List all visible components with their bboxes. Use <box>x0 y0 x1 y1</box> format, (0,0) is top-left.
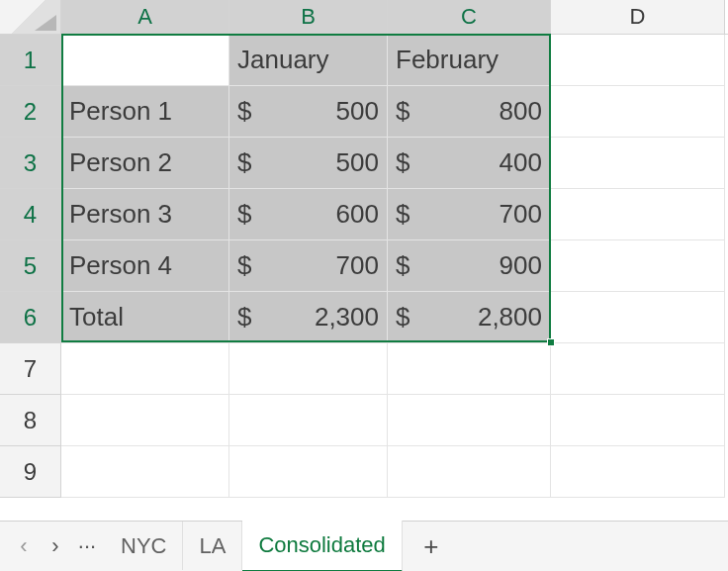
col-header-b[interactable]: B <box>229 0 388 34</box>
sheet-tab-consolidated[interactable]: Consolidated <box>242 521 402 571</box>
row-header-2[interactable]: 2 <box>0 86 61 138</box>
cell-a5[interactable]: Person 4 <box>61 240 229 292</box>
row-header-5[interactable]: 5 <box>0 240 61 292</box>
cell-b1[interactable]: January <box>229 35 388 86</box>
cell-d2[interactable] <box>551 86 725 138</box>
tab-nav-more[interactable]: ··· <box>73 533 101 559</box>
cell-b5[interactable]: $700 <box>229 240 388 292</box>
row-header-4[interactable]: 4 <box>0 189 61 240</box>
row-header-6[interactable]: 6 <box>0 292 61 343</box>
cell-c3[interactable]: $400 <box>388 138 551 189</box>
cell-c2[interactable]: $800 <box>388 86 551 138</box>
cell-a6[interactable]: Total <box>61 292 229 343</box>
cell-d5[interactable] <box>551 240 725 292</box>
sheet-tabs: NYC LA Consolidated <box>105 522 403 571</box>
cell-d8[interactable] <box>551 395 725 446</box>
cell-c9[interactable] <box>388 446 551 498</box>
cell-d7[interactable] <box>551 343 725 395</box>
select-all-corner[interactable] <box>0 0 61 34</box>
sheet-tab-nyc[interactable]: NYC <box>105 522 183 570</box>
row-header-1[interactable]: 1 <box>0 35 61 86</box>
cell-d3[interactable] <box>551 138 725 189</box>
cell-a1[interactable] <box>61 35 229 86</box>
cell-a9[interactable] <box>61 446 229 498</box>
cell-d4[interactable] <box>551 189 725 240</box>
cell-b7[interactable] <box>229 343 388 395</box>
cell-a2[interactable]: Person 1 <box>61 86 229 138</box>
col-header-c[interactable]: C <box>388 0 551 34</box>
cell-c5[interactable]: $900 <box>388 240 551 292</box>
cell-d6[interactable] <box>551 292 725 343</box>
cell-b8[interactable] <box>229 395 388 446</box>
cell-c1[interactable]: February <box>388 35 551 86</box>
row-header-8[interactable]: 8 <box>0 395 61 446</box>
column-header-row: A B C D <box>0 0 728 35</box>
spreadsheet-grid[interactable]: A B C D 1 January February 2 Person 1 $5… <box>0 0 728 521</box>
cell-a3[interactable]: Person 2 <box>61 138 229 189</box>
tab-nav-next[interactable]: › <box>42 533 69 559</box>
cell-a8[interactable] <box>61 395 229 446</box>
sheet-tab-bar: ‹ › ··· NYC LA Consolidated + <box>0 521 728 571</box>
cell-b2[interactable]: $500 <box>229 86 388 138</box>
cell-b3[interactable]: $500 <box>229 138 388 189</box>
cell-c4[interactable]: $700 <box>388 189 551 240</box>
row-header-7[interactable]: 7 <box>0 343 61 395</box>
cell-c6[interactable]: $2,800 <box>388 292 551 343</box>
cell-c7[interactable] <box>388 343 551 395</box>
cell-a7[interactable] <box>61 343 229 395</box>
cell-b4[interactable]: $600 <box>229 189 388 240</box>
row-header-9[interactable]: 9 <box>0 446 61 498</box>
row-header-3[interactable]: 3 <box>0 138 61 189</box>
cell-d9[interactable] <box>551 446 725 498</box>
cell-a4[interactable]: Person 3 <box>61 189 229 240</box>
cell-d1[interactable] <box>551 35 725 86</box>
sheet-tab-la[interactable]: LA <box>183 522 242 570</box>
cell-b6[interactable]: $2,300 <box>229 292 388 343</box>
add-sheet-button[interactable]: + <box>407 531 456 562</box>
cell-c8[interactable] <box>388 395 551 446</box>
col-header-a[interactable]: A <box>61 0 229 34</box>
cell-b9[interactable] <box>229 446 388 498</box>
col-header-d[interactable]: D <box>551 0 725 34</box>
tab-nav-prev[interactable]: ‹ <box>10 533 38 559</box>
